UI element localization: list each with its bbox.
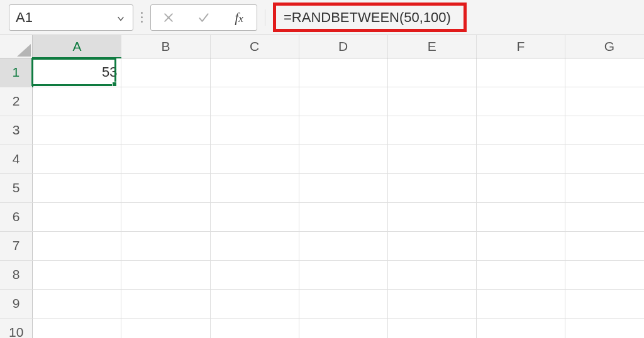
cell-C10[interactable]: [210, 318, 299, 338]
cell-F8[interactable]: [476, 260, 565, 289]
select-all-corner[interactable]: [0, 35, 33, 58]
cell-B5[interactable]: [121, 173, 210, 202]
cell-G8[interactable]: [565, 260, 644, 289]
cell-B2[interactable]: [121, 87, 210, 116]
cell-F6[interactable]: [476, 202, 565, 231]
cell-A1[interactable]: 53: [33, 58, 121, 87]
cell-D5[interactable]: [299, 173, 387, 202]
chevron-down-icon[interactable]: [115, 14, 126, 21]
cell-G4[interactable]: [565, 144, 644, 173]
cell-D1[interactable]: [299, 58, 387, 87]
cell-E10[interactable]: [387, 318, 476, 338]
cell-B10[interactable]: [121, 318, 210, 338]
cell-B8[interactable]: [121, 260, 210, 289]
formula-controls: fx: [150, 4, 257, 31]
cell-C3[interactable]: [210, 116, 299, 144]
column-header-B[interactable]: B: [121, 35, 210, 58]
cell-E8[interactable]: [387, 260, 476, 289]
cell-A9[interactable]: [33, 289, 121, 318]
cell-C4[interactable]: [210, 144, 299, 173]
cell-A2[interactable]: [33, 87, 121, 116]
cell-B1[interactable]: [121, 58, 210, 87]
cell-B4[interactable]: [121, 144, 210, 173]
cell-B3[interactable]: [121, 116, 210, 144]
cell-D4[interactable]: [299, 144, 387, 173]
cell-D6[interactable]: [299, 202, 387, 231]
cell-E7[interactable]: [387, 231, 476, 260]
insert-function-button[interactable]: fx: [221, 5, 257, 30]
cell-C5[interactable]: [210, 173, 299, 202]
spreadsheet-grid[interactable]: ABCDEFG1532345678910: [0, 35, 644, 338]
row-header-9[interactable]: 9: [0, 289, 33, 318]
cell-G9[interactable]: [565, 289, 644, 318]
formula-text[interactable]: =RANDBETWEEN(50,100): [284, 9, 451, 26]
cell-F4[interactable]: [476, 144, 565, 173]
cell-F5[interactable]: [476, 173, 565, 202]
column-header-E[interactable]: E: [387, 35, 476, 58]
cell-A10[interactable]: [33, 318, 121, 338]
cell-F2[interactable]: [476, 87, 565, 116]
cell-D8[interactable]: [299, 260, 387, 289]
row-header-10[interactable]: 10: [0, 318, 33, 338]
cell-E6[interactable]: [387, 202, 476, 231]
cell-D7[interactable]: [299, 231, 387, 260]
cell-A3[interactable]: [33, 116, 121, 144]
formula-highlight-box: =RANDBETWEEN(50,100): [273, 3, 467, 32]
cell-A5[interactable]: [33, 173, 121, 202]
cell-G10[interactable]: [565, 318, 644, 338]
cell-A8[interactable]: [33, 260, 121, 289]
cell-A6[interactable]: [33, 202, 121, 231]
row-header-1[interactable]: 1: [0, 58, 33, 87]
cell-C1[interactable]: [210, 58, 299, 87]
column-header-A[interactable]: A: [33, 35, 121, 58]
cell-G6[interactable]: [565, 202, 644, 231]
cell-C8[interactable]: [210, 260, 299, 289]
row-header-8[interactable]: 8: [0, 260, 33, 289]
row-header-5[interactable]: 5: [0, 173, 33, 202]
cell-D10[interactable]: [299, 318, 387, 338]
cell-D2[interactable]: [299, 87, 387, 116]
cell-G1[interactable]: [565, 58, 644, 87]
cell-E4[interactable]: [387, 144, 476, 173]
column-header-F[interactable]: F: [476, 35, 565, 58]
cell-F1[interactable]: [476, 58, 565, 87]
cell-E3[interactable]: [387, 116, 476, 144]
cell-E2[interactable]: [387, 87, 476, 116]
cell-A7[interactable]: [33, 231, 121, 260]
cell-C6[interactable]: [210, 202, 299, 231]
cell-G7[interactable]: [565, 231, 644, 260]
cell-F10[interactable]: [476, 318, 565, 338]
row-header-4[interactable]: 4: [0, 144, 33, 173]
cell-E9[interactable]: [387, 289, 476, 318]
row-header-3[interactable]: 3: [0, 116, 33, 144]
formula-bar: fx =RANDBETWEEN(50,100): [0, 0, 644, 35]
row-header-7[interactable]: 7: [0, 231, 33, 260]
cell-C7[interactable]: [210, 231, 299, 260]
cell-D9[interactable]: [299, 289, 387, 318]
cell-D3[interactable]: [299, 116, 387, 144]
cell-B9[interactable]: [121, 289, 210, 318]
cell-C9[interactable]: [210, 289, 299, 318]
column-header-C[interactable]: C: [210, 35, 299, 58]
name-box-input[interactable]: [16, 9, 97, 26]
cell-G5[interactable]: [565, 173, 644, 202]
cell-F7[interactable]: [476, 231, 565, 260]
row-header-6[interactable]: 6: [0, 202, 33, 231]
cell-G2[interactable]: [565, 87, 644, 116]
cell-G3[interactable]: [565, 116, 644, 144]
cell-B6[interactable]: [121, 202, 210, 231]
cell-F9[interactable]: [476, 289, 565, 318]
cell-A4[interactable]: [33, 144, 121, 173]
cell-E5[interactable]: [387, 173, 476, 202]
cell-C2[interactable]: [210, 87, 299, 116]
row-header-2[interactable]: 2: [0, 87, 33, 116]
cancel-icon[interactable]: [151, 5, 186, 30]
column-header-D[interactable]: D: [299, 35, 387, 58]
confirm-icon[interactable]: [186, 5, 221, 30]
cell-B7[interactable]: [121, 231, 210, 260]
cell-F3[interactable]: [476, 116, 565, 144]
name-box[interactable]: [9, 4, 133, 31]
separator-dots-icon: [133, 4, 150, 31]
cell-E1[interactable]: [387, 58, 476, 87]
column-header-G[interactable]: G: [565, 35, 644, 58]
